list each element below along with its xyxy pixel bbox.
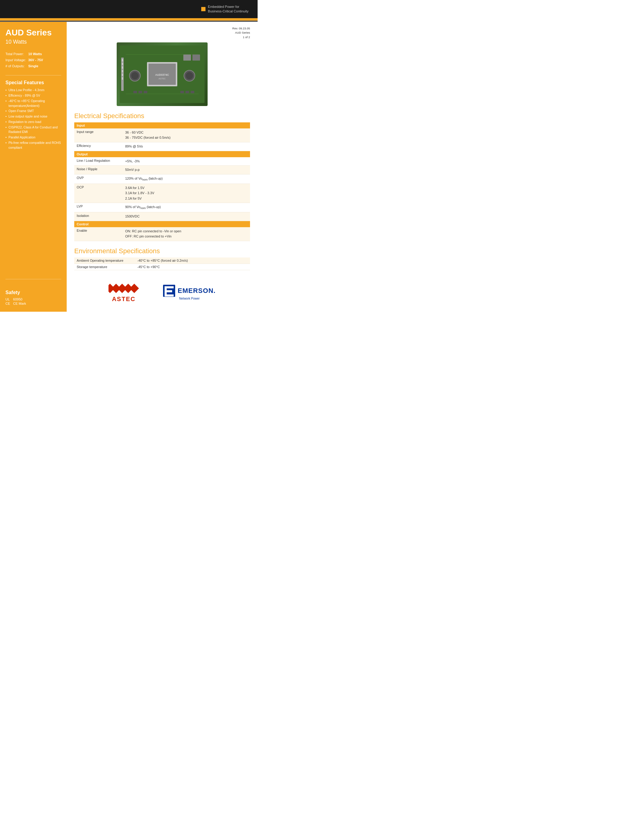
spec-value: Single — [28, 63, 43, 69]
row-noise-ripple: Noise / Ripple 50mV p-p — [74, 166, 250, 174]
header-badge-text: Embedded Power for Business-Critical Con… — [208, 5, 248, 14]
page-header: Embedded Power for Business-Critical Con… — [0, 0, 258, 18]
row-ocp: OCP 3.6A for 1.5V3.1A for 1.8V - 3.3V2.1… — [74, 183, 250, 203]
svg-rect-10 — [122, 66, 123, 69]
spec-label: # of Outputs: — [5, 63, 28, 69]
electrical-title: Electrical Specifications — [74, 112, 250, 120]
header-badge-icon — [201, 7, 206, 11]
spec-label: Total Power: — [5, 51, 28, 57]
value-ovp: 120% of Vonom (latch-up) — [123, 174, 250, 183]
svg-rect-12 — [122, 74, 123, 76]
label-enable: Enable — [74, 227, 123, 241]
emerson-top: EMERSON. — [163, 285, 216, 297]
safety-section: Safety UL 60950 CE CE Mark — [5, 284, 61, 306]
emerson-sub: Network Power — [179, 297, 200, 300]
feature-item: -40°C to +85°C Operating temperature(Amb… — [5, 99, 61, 108]
label-ambient-temp: Ambient Operating temperature — [74, 257, 135, 264]
spec-label: Input Voltage: — [5, 57, 28, 63]
label-storage-temp: Storage temperature — [74, 264, 135, 270]
row-isolation: Isolation 1500VDC — [74, 212, 250, 221]
feature-item: Efficiency - 89% @ 5V — [5, 93, 61, 98]
label-ovp: OVP — [74, 174, 123, 183]
feature-item: Pb-free reflow compatible and ROHS compl… — [5, 141, 61, 150]
value-line-load: +5%, -3% — [123, 157, 250, 166]
features-list: Ultra Low Profile - 4.3mm Efficiency - 8… — [5, 88, 61, 150]
svg-rect-25 — [191, 91, 194, 93]
feature-item: Parallel Application — [5, 135, 61, 140]
astec-logo: ASTEC — [108, 282, 139, 302]
safety-row-ul: UL 60950 — [5, 297, 26, 301]
header-line1: Embedded Power for — [208, 5, 239, 8]
svg-rect-13 — [122, 77, 123, 80]
row-ambient-temp: Ambient Operating temperature -40°C to +… — [74, 257, 250, 264]
safety-label: UL — [5, 297, 13, 301]
label-isolation: Isolation — [74, 212, 123, 221]
svg-rect-15 — [192, 55, 200, 61]
feature-item: Ultra Low Profile - 4.3mm — [5, 88, 61, 93]
environmental-title: Environmental Specifications — [74, 247, 250, 255]
row-storage-temp: Storage temperature -45°C to +90°C — [74, 264, 250, 270]
product-image: AUD0374C ASTEC — [117, 42, 208, 106]
section-header-input: Input — [74, 122, 250, 129]
label-lvp: LVP — [74, 203, 123, 212]
svg-rect-11 — [122, 70, 123, 72]
value-ocp: 3.6A for 1.5V3.1A for 1.8V - 3.3V2.1A fo… — [123, 183, 250, 203]
feature-item: Regulation to zero load — [5, 120, 61, 124]
value-lvp: 90% of Vonom (latch-up) — [123, 203, 250, 212]
spec-row-outputs: # of Outputs: Single — [5, 63, 43, 69]
sidebar: AUD Series 10 Watts Total Power: 10 Watt… — [0, 22, 67, 312]
spec-value: 10 Watts — [28, 51, 43, 57]
spec-value: 36V - 75V — [28, 57, 43, 63]
rev-line1: Rev. 09.23.05 — [232, 27, 250, 30]
spec-row-voltage: Input Voltage: 36V - 75V — [5, 57, 43, 63]
value-isolation: 1500VDC — [123, 212, 250, 221]
svg-point-17 — [131, 72, 138, 79]
svg-rect-24 — [185, 91, 189, 93]
svg-rect-21 — [138, 91, 142, 93]
main-layout: AUD Series 10 Watts Total Power: 10 Watt… — [0, 22, 258, 312]
row-lvp: LVP 90% of Vonom (latch-up) — [74, 203, 250, 212]
sidebar-bottom: Safety UL 60950 CE CE Mark — [5, 275, 61, 306]
value-input-range: 36 - 60 VDC36 - 75VDC (forced air 0.5m/s… — [123, 129, 250, 142]
safety-value: CE Mark — [13, 301, 26, 306]
footer-logos: ASTEC EMERSON. Network Power — [74, 276, 250, 306]
special-features-title: Special Features — [5, 80, 61, 85]
value-storage-temp: -45°C to +90°C — [135, 264, 250, 270]
feature-item: CISPR22, Class A for Conduct and Radiate… — [5, 125, 61, 135]
row-line-load: Line / Load Regulation +5%, -3% — [74, 157, 250, 166]
sidebar-specs: Total Power: 10 Watts Input Voltage: 36V… — [5, 51, 61, 69]
emerson-logo: EMERSON. Network Power — [163, 285, 216, 300]
header-badge: Embedded Power for Business-Critical Con… — [201, 5, 248, 14]
orange-bar — [0, 18, 258, 21]
rev-info: Rev. 09.23.05 AUD Series 1 of 2 — [74, 26, 250, 39]
astec-diamond-svg — [108, 282, 139, 294]
pcb-svg: AUD0374C ASTEC — [120, 45, 204, 103]
svg-rect-8 — [122, 59, 123, 61]
svg-rect-9 — [122, 63, 123, 65]
value-efficiency: 89% @ 5Vo — [123, 142, 250, 151]
row-enable: Enable ON: RC pin connected to -Vin or o… — [74, 227, 250, 241]
label-line-load: Line / Load Regulation — [74, 157, 123, 166]
environmental-specs-table: Ambient Operating temperature -40°C to +… — [74, 257, 250, 270]
astec-text: ASTEC — [112, 296, 135, 302]
value-ambient-temp: -40°C to +85°C (forced air 0.2m/s) — [135, 257, 250, 264]
spec-row-power: Total Power: 10 Watts — [5, 51, 43, 57]
svg-rect-14 — [184, 55, 191, 61]
value-enable: ON: RC pin connected to -Vin or openOFF:… — [123, 227, 250, 241]
label-efficiency: Efficiency — [74, 142, 123, 151]
sidebar-divider — [5, 75, 61, 76]
svg-rect-30 — [130, 283, 139, 293]
content-area: Rev. 09.23.05 AUD Series 1 of 2 AUD0374C — [67, 22, 258, 312]
label-noise-ripple: Noise / Ripple — [74, 166, 123, 174]
feature-item: Open Frame SMT — [5, 109, 61, 114]
safety-row-ce: CE CE Mark — [5, 301, 26, 306]
safety-value: 60950 — [13, 297, 26, 301]
svg-text:AUD0374C: AUD0374C — [155, 73, 169, 76]
astec-diamonds — [108, 282, 139, 294]
sidebar-subtitle: 10 Watts — [5, 39, 61, 45]
sidebar-divider-2 — [5, 279, 61, 279]
label-input-range: Input range — [74, 129, 123, 142]
svg-rect-23 — [180, 91, 184, 93]
rev-line2: AUD Series — [235, 31, 250, 34]
row-efficiency: Efficiency 89% @ 5Vo — [74, 142, 250, 151]
